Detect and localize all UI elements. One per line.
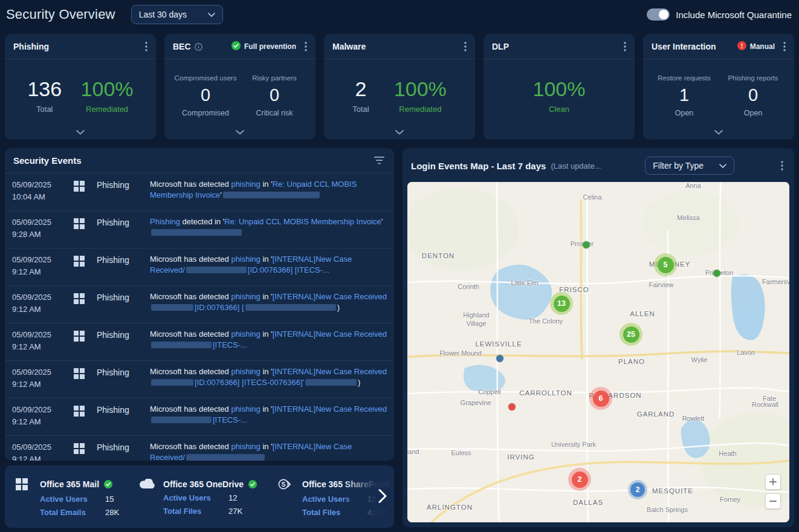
- stat-label: Open: [722, 109, 784, 117]
- event-link[interactable]: Phishing: [150, 217, 180, 226]
- panel-title: Login Events Map - Last 7 days: [411, 161, 546, 171]
- security-event-row[interactable]: 05/09/2025 9:12 AM Phishing Microsoft ha…: [5, 323, 394, 361]
- expand-chevron-icon[interactable]: [708, 126, 729, 138]
- phishing-remediated-stat: 100% Remediated: [81, 78, 134, 113]
- service-metric-row: Total Files27K: [139, 507, 278, 516]
- manual-status-label: Manual: [750, 42, 775, 51]
- event-description: Microsoft has detected phishing in '[INT…: [150, 329, 387, 355]
- map-dot-red[interactable]: [509, 404, 516, 410]
- security-event-row[interactable]: 05/09/2025 9:12 AM Phishing Microsoft ha…: [5, 361, 394, 398]
- kebab-menu-icon[interactable]: [143, 41, 150, 53]
- expand-chevron-icon[interactable]: [389, 126, 410, 138]
- kebab-menu-icon[interactable]: [778, 160, 786, 172]
- card-title: User Interaction: [652, 42, 716, 51]
- kebab-menu-icon[interactable]: [462, 41, 469, 53]
- event-link[interactable]: phishing: [231, 404, 260, 414]
- expand-chevron-icon[interactable]: [230, 126, 250, 138]
- stat-value: 100%: [81, 78, 134, 100]
- stat-label: Compromised: [174, 109, 237, 117]
- security-event-row[interactable]: 05/09/2025 9:28 AM Phishing Phishing det…: [5, 211, 394, 248]
- kebab-menu-icon[interactable]: [302, 41, 309, 53]
- cluster-count: 6: [593, 391, 609, 407]
- microsoft-icon: [70, 216, 97, 243]
- info-icon[interactable]: [195, 43, 202, 51]
- event-link[interactable]: [INTERNAL]New Case Received: [273, 367, 387, 376]
- event-link[interactable]: [INTERNAL]New Case Received: [273, 404, 387, 414]
- status-check-icon: [104, 480, 112, 488]
- event-type: Phishing: [97, 366, 150, 393]
- microsoft-icon: [70, 404, 97, 430]
- cluster-count: 5: [658, 257, 674, 273]
- quarantine-toggle-group: Include Microsoft Quarantine: [647, 8, 792, 21]
- bec-status-chip: Full prevention: [231, 41, 296, 52]
- map-cluster-green[interactable]: 5: [654, 253, 677, 276]
- next-services-button[interactable]: [375, 485, 390, 508]
- event-description: Microsoft has detected phishing in '[INT…: [150, 404, 387, 430]
- bec-risky-partners-stat: Risky partners 0 Critical risk: [243, 74, 306, 117]
- restore-requests-stat: Restore requests 1 Open: [653, 74, 716, 117]
- filter-by-type-select[interactable]: Filter by Type: [645, 157, 734, 175]
- event-type: Phishing: [97, 404, 150, 430]
- redacted-text: [151, 304, 193, 311]
- filter-icon[interactable]: [373, 155, 386, 166]
- phishing-card: Phishing 136 Total 100% Remediated: [5, 34, 156, 140]
- map-cluster-green[interactable]: 13: [550, 292, 573, 315]
- map-dot-green[interactable]: [714, 270, 720, 277]
- redacted-text: [151, 379, 193, 386]
- map-dot-blue[interactable]: [497, 355, 503, 362]
- chevron-right-icon: [378, 488, 387, 503]
- map-cluster-red[interactable]: 2: [568, 468, 591, 491]
- event-link[interactable]: [INTERNAL]New Case Received: [273, 292, 387, 301]
- expand-chevron-icon[interactable]: [70, 126, 91, 138]
- stat-header: Risky partners: [243, 74, 306, 82]
- cluster-count: 25: [623, 326, 639, 343]
- event-description: Microsoft has detected phishing in 'Re: …: [150, 179, 387, 206]
- date-range-select[interactable]: Last 30 days: [131, 5, 223, 24]
- quarantine-toggle[interactable]: [647, 8, 670, 21]
- last-update-text: (Last update...: [551, 161, 601, 170]
- security-event-row[interactable]: 05/09/2025 9:12 AM Phishing Microsoft ha…: [5, 286, 394, 323]
- security-event-row[interactable]: 05/09/2025 9:12 AM Phishing Microsoft ha…: [5, 436, 394, 461]
- event-link[interactable]: phishing: [231, 292, 260, 301]
- zoom-out-button[interactable]: [765, 493, 781, 509]
- map-cluster-green[interactable]: 25: [619, 323, 642, 346]
- event-link[interactable]: [ID:0076366] [ITECS-...: [248, 265, 329, 274]
- service-header: Office 365 Mail: [16, 478, 139, 490]
- event-link[interactable]: [ID:0076366] [: [195, 303, 244, 312]
- event-link[interactable]: Re: Unpaid CCL MOBIS Membership Invoice: [224, 217, 381, 226]
- dlp-card-header: DLP: [484, 34, 635, 59]
- service-metric-row: Active Users12: [139, 493, 278, 502]
- kebab-menu-icon[interactable]: [781, 41, 788, 53]
- event-link[interactable]: phishing: [231, 442, 260, 451]
- map-dot-green[interactable]: [583, 242, 590, 248]
- event-text: in ': [260, 442, 273, 451]
- event-link[interactable]: [ITECS-...: [213, 340, 247, 349]
- zoom-in-button[interactable]: [765, 474, 781, 490]
- service-item: Office 365 MailActive Users15Total Email…: [16, 477, 139, 517]
- security-event-row[interactable]: 05/09/2025 9:12 AM Phishing Microsoft ha…: [5, 248, 394, 286]
- event-link[interactable]: phishing: [231, 367, 260, 376]
- event-description: Microsoft has detected phishing in '[INT…: [150, 441, 387, 461]
- event-text: ': [381, 217, 383, 226]
- event-link[interactable]: phishing: [231, 329, 260, 339]
- event-link[interactable]: phishing: [231, 180, 260, 189]
- event-link[interactable]: [ID:0076366] [ITECS-0076366]': [195, 378, 304, 387]
- map-cluster-blue[interactable]: 2: [628, 480, 647, 499]
- event-link[interactable]: phishing: [231, 255, 260, 264]
- malware-total-stat: 2 Total: [352, 78, 369, 113]
- security-event-row[interactable]: 05/09/2025 9:12 AM Phishing Microsoft ha…: [5, 398, 394, 436]
- map[interactable]: AnnaCelinaMelissaProsperDENTONMCKINNEYPr…: [407, 182, 789, 522]
- login-events-map-panel: Login Events Map - Last 7 days (Last upd…: [403, 148, 794, 527]
- event-link[interactable]: [ITECS-...: [213, 415, 247, 424]
- stat-value: 0: [174, 86, 237, 105]
- security-event-row[interactable]: 05/09/2025 10:04 AM Phishing Microsoft h…: [5, 174, 394, 211]
- stat-value: 0: [243, 86, 306, 105]
- map-cluster-red[interactable]: 6: [589, 387, 612, 410]
- service-metric-label: Active Users: [302, 495, 367, 504]
- malware-card-header: Malware: [324, 34, 475, 59]
- kebab-menu-icon[interactable]: [621, 41, 629, 53]
- dlp-card: DLP 100% Clean: [484, 34, 635, 140]
- main-content: Security Events 05/09/2025 10:04 AM Phis…: [5, 148, 794, 528]
- cluster-count: 2: [630, 482, 645, 497]
- event-link[interactable]: [INTERNAL]New Case Received: [273, 329, 387, 339]
